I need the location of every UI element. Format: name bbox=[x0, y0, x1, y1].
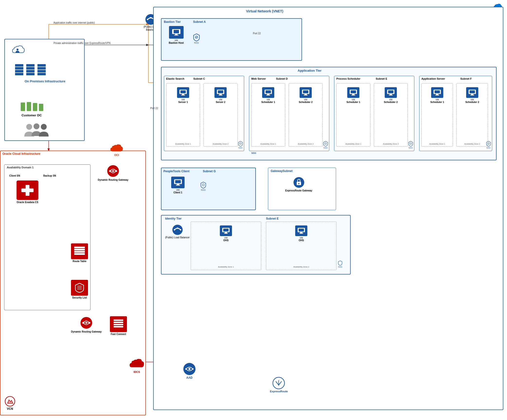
svg-rect-86 bbox=[389, 95, 393, 95]
az2-es: Availability Zone 2 bbox=[213, 143, 229, 145]
svg-rect-37 bbox=[37, 70, 46, 72]
svg-rect-41 bbox=[27, 105, 31, 111]
security-list-label: Security List bbox=[72, 296, 87, 299]
appserv-title: Application Server bbox=[421, 77, 445, 80]
customer-dc-label: Customer DC bbox=[21, 113, 42, 117]
fast-connect: Fast Connect bbox=[110, 316, 127, 335]
ptools-subnet: Subnet G bbox=[203, 170, 216, 173]
svg-rect-95 bbox=[470, 95, 474, 95]
az1-as: Availability Zone 1 bbox=[429, 143, 445, 145]
nsg-es: NSG bbox=[238, 147, 242, 149]
sched2-web: Scheduler 2 bbox=[299, 101, 313, 103]
app-traffic-label: Application traffic over internet (publi… bbox=[53, 21, 95, 24]
on-premises-title: On Premises Infrastructure bbox=[11, 79, 79, 83]
idcs-cloud-icon bbox=[129, 357, 145, 370]
idcs-label: IDCS bbox=[133, 370, 140, 373]
svg-rect-36 bbox=[37, 67, 46, 69]
az2-identity: Availability Zone 2 bbox=[294, 266, 309, 268]
identity-lb-label: (Public) Load Balancer bbox=[165, 236, 190, 239]
customer-dc-icon bbox=[19, 98, 44, 113]
svg-point-49 bbox=[41, 124, 47, 130]
aad-icon: AAD bbox=[182, 362, 196, 379]
drg-bottom-icon bbox=[80, 316, 93, 330]
svg-rect-90 bbox=[436, 94, 438, 95]
svg-point-78 bbox=[325, 143, 326, 145]
avail-domain-title: Availability Domain 1 bbox=[7, 166, 34, 169]
svg-rect-120 bbox=[21, 189, 34, 192]
svg-rect-38 bbox=[37, 73, 46, 75]
private-admin-label: Private administration traffic over Expr… bbox=[53, 42, 110, 44]
svg-rect-58 bbox=[175, 34, 178, 35]
svg-rect-93 bbox=[470, 90, 475, 93]
diagram-container: Azure bbox=[0, 0, 507, 420]
svg-point-96 bbox=[488, 143, 489, 145]
nsg-proc: NSG bbox=[409, 147, 413, 149]
ohs2-label: OHS bbox=[299, 239, 304, 242]
svg-rect-62 bbox=[180, 90, 186, 93]
az2-proc: Availability Zone 2 bbox=[383, 143, 399, 145]
svg-rect-140 bbox=[114, 319, 123, 321]
az1-es: Availability Zone 1 bbox=[175, 143, 191, 145]
proc-title: Process Scheduler bbox=[336, 77, 360, 80]
az1-identity: Availability Zone 1 bbox=[218, 266, 234, 268]
svg-point-47 bbox=[26, 124, 32, 130]
svg-rect-34 bbox=[26, 73, 35, 75]
svg-rect-89 bbox=[435, 90, 440, 93]
server-rack-icon-3 bbox=[37, 64, 46, 77]
idcs-icon: IDCS bbox=[129, 357, 145, 373]
fast-connect-label: Fast Connect bbox=[111, 333, 126, 335]
app-tier-box: Application Tier Elastic Search Subnet C… bbox=[161, 67, 497, 160]
ptools-nsg: NSG bbox=[201, 189, 206, 191]
route-table-icon bbox=[73, 246, 86, 257]
app-tier-title: Application Tier bbox=[298, 69, 321, 72]
svg-rect-57 bbox=[174, 30, 179, 33]
oci-box-title: Oracle Cloud Infrastructure bbox=[2, 152, 40, 155]
svg-point-147 bbox=[188, 368, 190, 370]
svg-rect-44 bbox=[33, 103, 37, 105]
appserv-subnet: Subnet F bbox=[460, 77, 472, 80]
route-table-label: Route Table bbox=[73, 260, 86, 263]
svg-rect-91 bbox=[435, 95, 439, 95]
svg-rect-72 bbox=[267, 94, 269, 95]
az2-web: Availability Zone 2 bbox=[298, 143, 314, 145]
proc-subnet: Subnet E bbox=[376, 77, 387, 80]
security-list-icon bbox=[74, 282, 85, 293]
fast-connect-icon bbox=[113, 318, 124, 330]
svg-rect-100 bbox=[176, 185, 180, 186]
svg-point-87 bbox=[410, 143, 411, 145]
svg-point-149 bbox=[192, 368, 194, 370]
svg-rect-94 bbox=[471, 94, 473, 95]
svg-point-104 bbox=[298, 183, 299, 184]
svg-rect-64 bbox=[181, 95, 185, 95]
on-prem-cloud-icon bbox=[12, 44, 27, 55]
svg-rect-81 bbox=[352, 94, 355, 95]
svg-rect-32 bbox=[26, 67, 35, 69]
svg-rect-45 bbox=[39, 105, 43, 111]
drg-bottom-label: Dynamic Routing Gateway bbox=[71, 330, 102, 333]
svg-rect-143 bbox=[114, 326, 123, 327]
svg-rect-46 bbox=[39, 104, 43, 106]
svg-rect-29 bbox=[15, 70, 23, 72]
bastion-nsg-icon bbox=[193, 33, 200, 42]
svg-rect-112 bbox=[223, 229, 229, 231]
bastion-vm-icon bbox=[172, 29, 181, 36]
process-scheduler-box: Process Scheduler Subnet E VM Scheduler … bbox=[334, 76, 414, 151]
bastion-tier-title: Bastion Tier bbox=[164, 20, 181, 24]
route-table: Route Table bbox=[71, 243, 88, 263]
svg-rect-68 bbox=[219, 95, 222, 95]
nsg-identity: NSG bbox=[338, 266, 342, 268]
vcn-label: VCN bbox=[7, 407, 13, 411]
svg-rect-39 bbox=[21, 105, 25, 111]
svg-rect-73 bbox=[266, 95, 270, 95]
svg-rect-129 bbox=[74, 251, 85, 253]
svg-rect-63 bbox=[182, 94, 184, 95]
svg-rect-130 bbox=[74, 253, 85, 255]
oracle-exadata-icon bbox=[20, 184, 35, 197]
svg-rect-142 bbox=[114, 324, 123, 325]
drg-top: Dynamic Routing Gateway bbox=[98, 164, 128, 181]
bastion-tier-box: Bastion Tier Subnet A VM Bastion Host bbox=[161, 18, 302, 61]
svg-rect-84 bbox=[388, 90, 393, 93]
ohs1-label: OHS bbox=[223, 239, 229, 242]
security-list: Security List bbox=[71, 280, 88, 299]
svg-point-26 bbox=[17, 49, 18, 51]
